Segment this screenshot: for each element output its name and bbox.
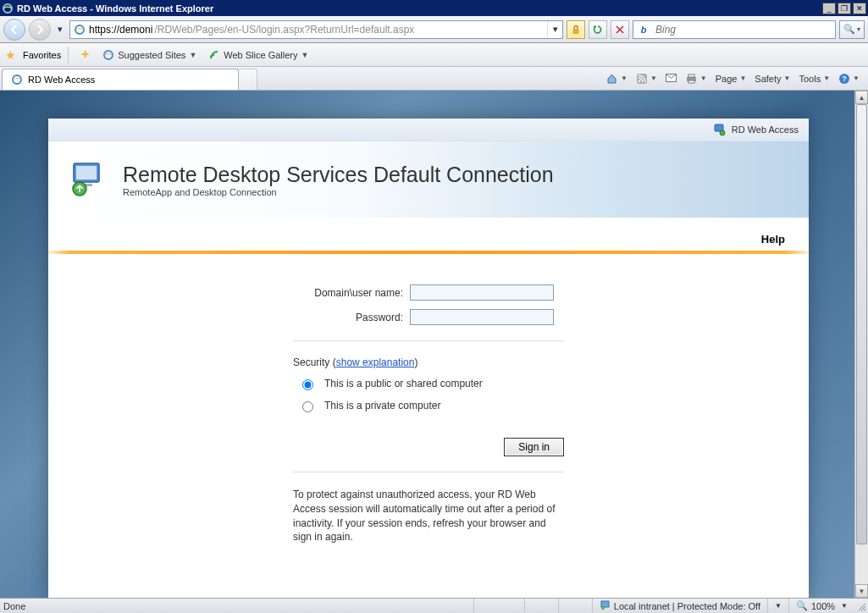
print-button[interactable]: ▼ <box>683 70 710 87</box>
scroll-down-button[interactable]: ▼ <box>855 584 868 598</box>
svg-point-4 <box>13 75 21 84</box>
address-input[interactable] <box>152 22 547 37</box>
tools-menu[interactable]: Tools ▼ <box>795 71 833 86</box>
show-explanation-link[interactable]: show explanation <box>336 356 415 368</box>
svg-point-1 <box>75 25 84 34</box>
help-button[interactable]: ?▼ <box>835 70 863 87</box>
status-text: Done <box>0 599 32 613</box>
refresh-button[interactable] <box>589 20 607 39</box>
tools-label: Tools <box>799 74 821 84</box>
favorites-star-icon[interactable]: ★ <box>5 48 16 62</box>
window-titlebar: RD Web Access - Windows Internet Explore… <box>0 0 868 16</box>
vertical-scrollbar[interactable]: ▲ ▼ <box>854 91 868 598</box>
security-zone[interactable]: Local intranet | Protected Mode: Off <box>592 599 767 613</box>
stop-button[interactable] <box>611 20 629 39</box>
suggested-sites-link[interactable]: Suggested Sites ▼ <box>99 47 200 63</box>
window-title: RD Web Access - Windows Internet Explore… <box>17 3 821 14</box>
resize-grip[interactable] <box>854 599 868 613</box>
private-computer-label: This is a private computer <box>324 400 440 411</box>
web-slice-label: Web Slice Gallery <box>224 50 297 60</box>
feeds-button[interactable]: ▼ <box>633 70 661 87</box>
svg-point-20 <box>601 606 605 610</box>
zoom-icon: 🔍 <box>796 600 808 611</box>
favorites-label[interactable]: Favorites <box>23 50 61 60</box>
search-field-wrap: b <box>633 20 836 39</box>
url-host[interactable]: https://demoni <box>89 24 152 36</box>
scroll-up-button[interactable]: ▲ <box>855 91 868 104</box>
minimize-button[interactable]: _ <box>822 3 836 14</box>
scroll-thumb[interactable] <box>856 104 867 544</box>
print-icon <box>686 73 698 85</box>
ie-icon <box>2 3 14 14</box>
password-label: Password: <box>293 312 403 323</box>
svg-point-6 <box>639 80 640 81</box>
tab-rdwebaccess[interactable]: RD Web Access <box>2 69 239 90</box>
card-top-bar: RD Web Access <box>48 119 809 141</box>
add-favorites-bar-button[interactable]: ✚ <box>75 47 94 63</box>
zone-icon <box>600 599 611 612</box>
new-tab-button[interactable] <box>239 69 257 90</box>
page-label: Page <box>716 74 738 84</box>
username-input[interactable] <box>410 284 554 301</box>
restore-button[interactable]: ❐ <box>838 3 851 14</box>
svg-point-0 <box>3 4 12 13</box>
magnify-icon: 🔍 <box>843 24 855 35</box>
page-menu[interactable]: Page ▼ <box>712 71 750 86</box>
banner-subtitle: RemoteApp and Desktop Connection <box>123 187 554 197</box>
status-bar: Done Local intranet | Protected Mode: Of… <box>0 598 868 613</box>
username-label: Domain\user name: <box>293 287 403 299</box>
web-slice-gallery-link[interactable]: Web Slice Gallery ▼ <box>205 47 312 63</box>
zone-label: Local intranet | Protected Mode: Off <box>614 601 760 611</box>
help-icon: ? <box>838 73 850 85</box>
password-input[interactable] <box>410 309 554 325</box>
rdweb-small-icon <box>713 123 727 136</box>
rdweb-card: RD Web Access Remote Desktop Services De… <box>48 119 809 598</box>
safety-menu[interactable]: Safety ▼ <box>751 71 793 86</box>
svg-rect-5 <box>637 74 647 84</box>
svg-rect-19 <box>601 601 609 607</box>
orange-divider <box>48 251 809 254</box>
address-dropdown[interactable]: ▾ <box>547 21 562 38</box>
favorites-bar: ★ Favorites ✚ Suggested Sites ▼ Web Slic… <box>0 43 868 67</box>
home-icon <box>606 73 618 85</box>
protected-mode-dropdown[interactable]: ▼ <box>767 599 788 613</box>
rss-icon <box>636 73 648 85</box>
forward-button[interactable] <box>29 19 51 41</box>
search-button[interactable]: 🔍▾ <box>839 20 865 39</box>
svg-point-14 <box>720 130 725 135</box>
safety-label: Safety <box>755 74 781 84</box>
ie-icon <box>11 74 23 86</box>
page-icon <box>73 23 86 36</box>
help-bar: Help <box>48 218 809 251</box>
banner-title: Remote Desktop Services Default Connecti… <box>123 163 554 187</box>
rdweb-logo-icon <box>69 160 108 199</box>
help-link[interactable]: Help <box>761 233 785 246</box>
private-computer-radio[interactable] <box>302 401 313 412</box>
read-mail-button[interactable] <box>662 70 681 87</box>
timeout-notice: To protect against unauthorized access, … <box>293 488 564 544</box>
address-bar: ▾ https://demoni ▾ b 🔍▾ <box>0 16 868 43</box>
sign-in-button[interactable]: Sign in <box>504 438 564 456</box>
svg-rect-10 <box>688 80 694 83</box>
zoom-control[interactable]: 🔍 100% ▼ <box>788 599 854 613</box>
page-viewport: RD Web Access Remote Desktop Services De… <box>0 91 868 598</box>
security-label: Security <box>293 356 329 368</box>
address-field-wrap: https://demoni ▾ <box>69 20 563 39</box>
lock-icon[interactable] <box>567 20 585 39</box>
ie-icon <box>102 49 114 61</box>
close-button[interactable]: ✕ <box>853 3 866 14</box>
suggested-sites-label: Suggested Sites <box>118 50 185 60</box>
webslice-icon <box>208 49 220 61</box>
recent-pages-dropdown[interactable]: ▾ <box>54 19 66 41</box>
login-form: Domain\user name: Password: Security (sh… <box>293 284 564 544</box>
mail-icon <box>666 73 677 85</box>
svg-rect-2 <box>573 29 579 34</box>
banner: Remote Desktop Services Default Connecti… <box>48 141 809 218</box>
public-computer-radio[interactable] <box>302 379 313 390</box>
back-button[interactable] <box>3 19 25 41</box>
svg-point-3 <box>104 51 113 59</box>
home-button[interactable]: ▼ <box>603 70 631 87</box>
search-input[interactable] <box>654 23 835 36</box>
card-top-label: RD Web Access <box>732 124 799 135</box>
zoom-value: 100% <box>811 601 835 611</box>
